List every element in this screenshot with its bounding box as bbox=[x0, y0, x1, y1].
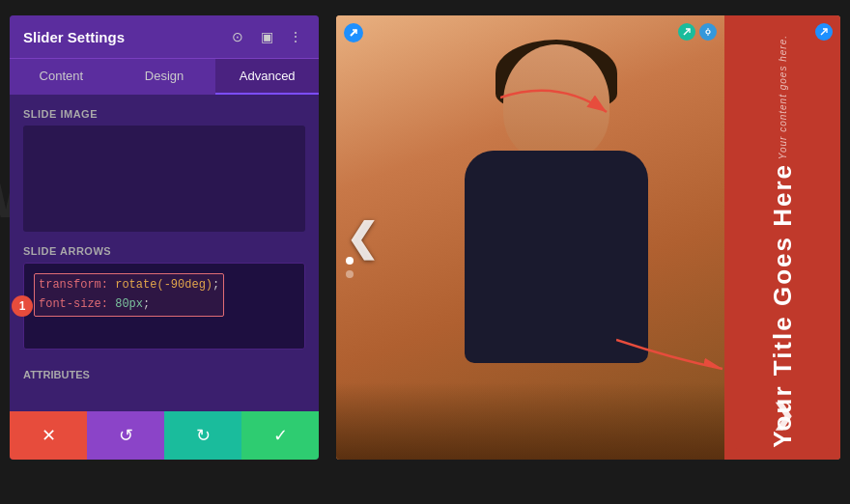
blue-icon-1[interactable] bbox=[699, 23, 717, 41]
dots-container bbox=[346, 257, 354, 278]
top-left-icon[interactable] bbox=[344, 23, 363, 42]
image-placeholder[interactable] bbox=[23, 126, 305, 232]
panel-header-icons: ⊙ ▣ ⋮ bbox=[228, 27, 305, 46]
code-value-2: 80px bbox=[115, 297, 143, 311]
preview-top-icons bbox=[678, 23, 717, 41]
tab-content[interactable]: Content bbox=[10, 59, 113, 95]
code-line-2: font-size: 80px; bbox=[39, 294, 219, 314]
undo-icon: ↺ bbox=[119, 425, 133, 446]
code-line-1: transform: rotate(-90deg); bbox=[39, 275, 219, 294]
link-icon bbox=[348, 27, 359, 39]
tab-advanced[interactable]: Advanced bbox=[215, 59, 319, 95]
red-side-panel: Your content goes here. Your Title Goes … bbox=[724, 15, 840, 460]
redo-icon: ↻ bbox=[196, 425, 211, 446]
confirm-icon: ✓ bbox=[273, 425, 288, 446]
link-small-icon bbox=[682, 27, 692, 37]
gear-small-icon bbox=[703, 27, 713, 37]
code-value-1: rotate(-90deg) bbox=[115, 278, 212, 292]
expand-icon[interactable]: ▣ bbox=[257, 27, 276, 46]
code-highlight-box: transform: rotate(-90deg); font-size: 80… bbox=[34, 273, 224, 317]
step-badge: 1 bbox=[12, 295, 33, 317]
person-body bbox=[465, 151, 648, 363]
more-icon[interactable]: ⋮ bbox=[286, 27, 305, 46]
main-container: Slider Settings ⊙ ▣ ⋮ Content Design Adv… bbox=[10, 15, 840, 489]
arrow-right[interactable]: ❯ bbox=[772, 399, 794, 431]
code-property-1: transform: bbox=[39, 278, 115, 292]
dot-2[interactable] bbox=[346, 270, 354, 278]
code-section-wrapper: 1 transform: rotate(-90deg); font-size: … bbox=[23, 263, 305, 350]
slide-arrows-section: Slide Arrows 1 transform: rotate(-90deg)… bbox=[23, 245, 305, 350]
panel-title: Slider Settings bbox=[23, 29, 125, 45]
preview-background: ❮ bbox=[336, 15, 840, 460]
ground-gradient bbox=[336, 382, 724, 460]
redo-button[interactable]: ↻ bbox=[164, 411, 241, 460]
code-property-2: font-size: bbox=[39, 297, 115, 311]
person-photo bbox=[336, 15, 724, 460]
cancel-icon: ✕ bbox=[42, 425, 56, 446]
slider-settings-panel: Slider Settings ⊙ ▣ ⋮ Content Design Adv… bbox=[10, 15, 319, 460]
edit-icon bbox=[819, 27, 829, 37]
tab-design[interactable]: Design bbox=[113, 59, 216, 95]
slide-image-section: Slide Image bbox=[23, 108, 305, 232]
tab-bar: Content Design Advanced bbox=[10, 58, 319, 95]
cancel-button[interactable]: ✕ bbox=[10, 411, 87, 460]
attributes-section: Attributes bbox=[23, 363, 305, 380]
person-head bbox=[503, 44, 609, 160]
panel-toolbar: ✕ ↺ ↻ ✓ bbox=[10, 411, 319, 460]
content-placeholder-text: Your content goes here. bbox=[778, 35, 788, 159]
teal-icon-1[interactable] bbox=[678, 23, 695, 41]
click-here-button[interactable]: Click Here + bbox=[734, 448, 831, 460]
svg-line-0 bbox=[351, 30, 356, 36]
code-editor[interactable]: transform: rotate(-90deg); font-size: 80… bbox=[23, 263, 305, 350]
attributes-label: Attributes bbox=[23, 369, 305, 380]
panel-content: Slide Image Slide Arrows 1 transform: ro… bbox=[10, 95, 319, 411]
svg-point-2 bbox=[706, 30, 710, 34]
focus-icon[interactable]: ⊙ bbox=[228, 27, 247, 46]
arrow-left[interactable]: ❮ bbox=[346, 215, 379, 260]
preview-area: ❮ bbox=[336, 15, 840, 460]
vertical-text-container: Your content goes here. Your Title Goes … bbox=[770, 35, 795, 448]
slide-image-label: Slide Image bbox=[23, 108, 305, 120]
svg-line-1 bbox=[684, 29, 690, 35]
undo-button[interactable]: ↺ bbox=[87, 411, 164, 460]
confirm-button[interactable]: ✓ bbox=[241, 411, 319, 460]
slide-arrows-label: Slide Arrows bbox=[23, 245, 305, 257]
panel-header: Slider Settings ⊙ ▣ ⋮ bbox=[10, 15, 319, 58]
red-panel-top-icon[interactable] bbox=[815, 23, 833, 41]
svg-line-7 bbox=[821, 29, 827, 35]
